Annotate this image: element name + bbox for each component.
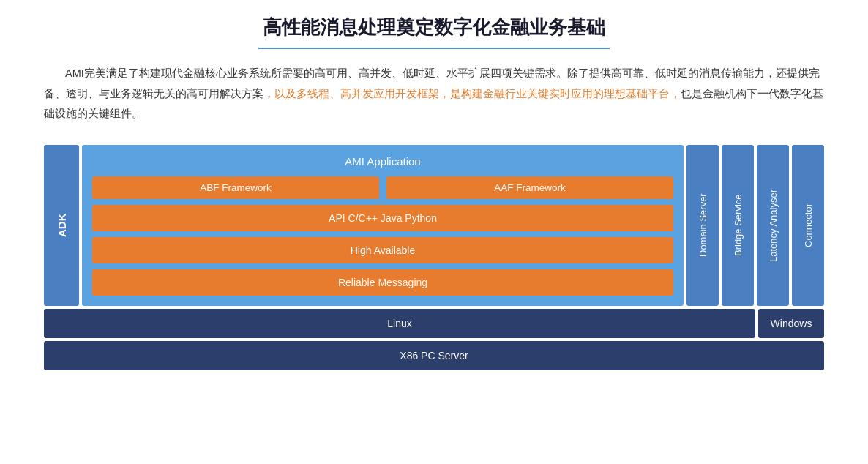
bridge-service-block: Bridge Service [722,145,754,306]
x86-block: X86 PC Server [44,341,824,370]
high-available-bar: High Available [92,237,673,263]
ami-app-label: AMI Application [92,155,673,168]
aaf-framework-box: AAF Framework [386,176,673,199]
domain-server-block: Domain Server [686,145,719,306]
linux-block: Linux [44,309,755,338]
page-title: 高性能消息处理奠定数字化金融业务基础 [44,15,824,40]
connector-block: Connector [792,145,824,306]
title-divider [258,48,610,49]
adk-block: ADK [44,145,79,306]
api-bar: API C/C++ Java Python [92,205,673,231]
abf-framework-box: ABF Framework [92,176,379,199]
reliable-messaging-bar: Reliable Messaging [92,269,673,296]
architecture-diagram: ADK AMI Application ABF Framework AAF Fr… [44,145,824,370]
description-highlight: 以及多线程、高并发应用开发框架，是构建金融行业关键实时应用的理想基础平台， [274,88,681,100]
windows-block: Windows [758,309,824,338]
description-text: AMI完美满足了构建现代金融核心业务系统所需要的高可用、高并发、低时延、水平扩展… [44,64,824,124]
center-block: AMI Application ABF Framework AAF Framew… [82,145,684,306]
main-row: ADK AMI Application ABF Framework AAF Fr… [44,145,824,306]
latency-analyser-block: Latency Analyser [757,145,789,306]
right-blocks: Domain Server Bridge Service Latency Ana… [686,145,824,306]
framework-row: ABF Framework AAF Framework [92,176,673,199]
x86-row: X86 PC Server [44,341,824,370]
os-row: Linux Windows [44,309,824,338]
